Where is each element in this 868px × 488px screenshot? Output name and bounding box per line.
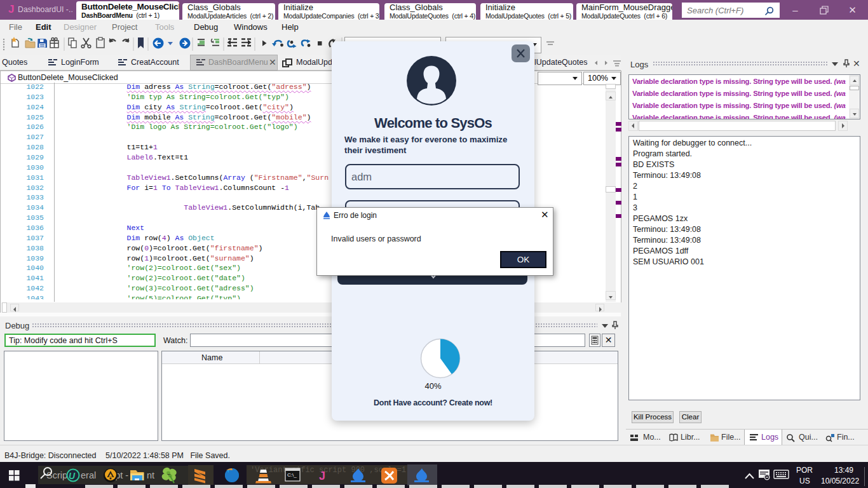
svg-text:13:49: 13:49 (834, 466, 853, 475)
svg-text:US: US (799, 477, 810, 485)
svg-text:J: J (319, 470, 325, 482)
svg-text:nt: nt (147, 470, 154, 480)
svg-text:10/05/2022: 10/05/2022 (821, 477, 859, 485)
svg-text:POR: POR (796, 466, 813, 475)
svg-text:C:\_: C:\_ (287, 472, 297, 478)
svg-text:U: U (69, 471, 76, 481)
svg-text:eral: eral (81, 470, 96, 480)
